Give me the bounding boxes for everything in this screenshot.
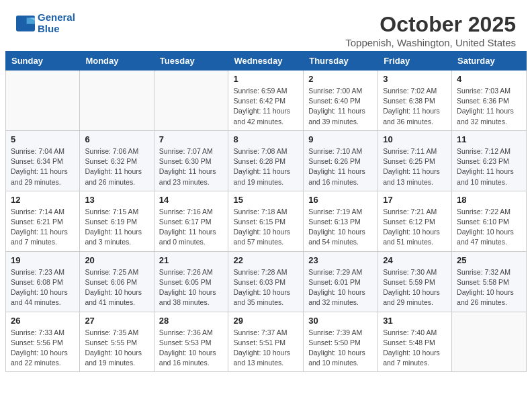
day-info: Sunrise: 7:19 AMSunset: 6:13 PMDaylight:… bbox=[308, 207, 373, 248]
day-number: 14 bbox=[159, 195, 224, 205]
day-info: Sunrise: 7:25 AMSunset: 6:06 PMDaylight:… bbox=[85, 267, 148, 308]
day-info: Sunrise: 6:59 AMSunset: 6:42 PMDaylight:… bbox=[233, 86, 298, 127]
day-info: Sunrise: 7:40 AMSunset: 5:48 PMDaylight:… bbox=[383, 328, 447, 369]
calendar-cell bbox=[80, 71, 154, 131]
day-info: Sunrise: 7:26 AMSunset: 6:05 PMDaylight:… bbox=[159, 267, 224, 308]
day-info: Sunrise: 7:32 AMSunset: 5:58 PMDaylight:… bbox=[457, 267, 521, 308]
calendar-cell: 6Sunrise: 7:06 AMSunset: 6:32 PMDaylight… bbox=[80, 130, 154, 191]
day-number: 10 bbox=[383, 134, 447, 144]
calendar-cell: 18Sunrise: 7:22 AMSunset: 6:10 PMDayligh… bbox=[452, 191, 527, 251]
calendar-cell: 17Sunrise: 7:21 AMSunset: 6:12 PMDayligh… bbox=[378, 191, 452, 251]
day-info: Sunrise: 7:11 AMSunset: 6:25 PMDaylight:… bbox=[383, 146, 447, 187]
day-info: Sunrise: 7:15 AMSunset: 6:19 PMDaylight:… bbox=[85, 207, 148, 248]
day-number: 19 bbox=[11, 255, 75, 265]
day-number: 21 bbox=[159, 255, 224, 265]
day-info: Sunrise: 7:04 AMSunset: 6:34 PMDaylight:… bbox=[11, 146, 75, 187]
calendar-cell: 21Sunrise: 7:26 AMSunset: 6:05 PMDayligh… bbox=[154, 251, 228, 312]
location: Toppenish, Washington, United States bbox=[345, 37, 516, 48]
calendar-cell: 11Sunrise: 7:12 AMSunset: 6:23 PMDayligh… bbox=[452, 130, 527, 191]
day-info: Sunrise: 7:18 AMSunset: 6:15 PMDaylight:… bbox=[233, 207, 298, 248]
weekday-header-saturday: Saturday bbox=[452, 52, 527, 71]
weekday-header-tuesday: Tuesday bbox=[154, 52, 228, 71]
day-number: 4 bbox=[457, 74, 521, 84]
page-header: General Blue October 2025 Toppenish, Was… bbox=[0, 0, 532, 51]
day-info: Sunrise: 7:02 AMSunset: 6:38 PMDaylight:… bbox=[383, 86, 447, 127]
day-info: Sunrise: 7:29 AMSunset: 6:01 PMDaylight:… bbox=[308, 267, 373, 308]
logo-text: General Blue bbox=[38, 12, 75, 34]
day-info: Sunrise: 7:06 AMSunset: 6:32 PMDaylight:… bbox=[85, 146, 148, 187]
calendar-cell: 19Sunrise: 7:23 AMSunset: 6:08 PMDayligh… bbox=[6, 251, 80, 312]
logo: General Blue bbox=[16, 12, 75, 34]
weekday-header-friday: Friday bbox=[378, 52, 452, 71]
title-block: October 2025 Toppenish, Washington, Unit… bbox=[345, 12, 516, 48]
month-title: October 2025 bbox=[345, 12, 516, 37]
day-number: 29 bbox=[233, 316, 298, 326]
calendar-cell: 3Sunrise: 7:02 AMSunset: 6:38 PMDaylight… bbox=[378, 71, 452, 131]
day-number: 7 bbox=[159, 134, 224, 144]
calendar-cell bbox=[6, 71, 80, 131]
day-number: 30 bbox=[308, 316, 373, 326]
day-info: Sunrise: 7:33 AMSunset: 5:56 PMDaylight:… bbox=[11, 328, 75, 369]
day-info: Sunrise: 7:03 AMSunset: 6:36 PMDaylight:… bbox=[457, 86, 521, 127]
calendar-table: SundayMondayTuesdayWednesdayThursdayFrid… bbox=[5, 51, 527, 372]
day-number: 9 bbox=[308, 134, 373, 144]
day-number: 18 bbox=[457, 195, 521, 205]
calendar-cell: 5Sunrise: 7:04 AMSunset: 6:34 PMDaylight… bbox=[6, 130, 80, 191]
calendar-cell: 4Sunrise: 7:03 AMSunset: 6:36 PMDaylight… bbox=[452, 71, 527, 131]
day-info: Sunrise: 7:22 AMSunset: 6:10 PMDaylight:… bbox=[457, 207, 521, 248]
calendar-cell: 31Sunrise: 7:40 AMSunset: 5:48 PMDayligh… bbox=[378, 312, 452, 372]
calendar-cell: 12Sunrise: 7:14 AMSunset: 6:21 PMDayligh… bbox=[6, 191, 80, 251]
day-number: 3 bbox=[383, 74, 447, 84]
day-info: Sunrise: 7:28 AMSunset: 6:03 PMDaylight:… bbox=[233, 267, 298, 308]
calendar-wrapper: SundayMondayTuesdayWednesdayThursdayFrid… bbox=[0, 51, 532, 377]
logo-icon bbox=[16, 15, 35, 32]
calendar-cell: 9Sunrise: 7:10 AMSunset: 6:26 PMDaylight… bbox=[304, 130, 378, 191]
calendar-cell: 7Sunrise: 7:07 AMSunset: 6:30 PMDaylight… bbox=[154, 130, 228, 191]
weekday-header-monday: Monday bbox=[80, 52, 154, 71]
calendar-cell: 24Sunrise: 7:30 AMSunset: 5:59 PMDayligh… bbox=[378, 251, 452, 312]
day-info: Sunrise: 7:36 AMSunset: 5:53 PMDaylight:… bbox=[159, 328, 224, 369]
calendar-cell: 15Sunrise: 7:18 AMSunset: 6:15 PMDayligh… bbox=[228, 191, 304, 251]
calendar-week-3: 12Sunrise: 7:14 AMSunset: 6:21 PMDayligh… bbox=[6, 191, 527, 251]
calendar-cell: 27Sunrise: 7:35 AMSunset: 5:55 PMDayligh… bbox=[80, 312, 154, 372]
calendar-cell: 1Sunrise: 6:59 AMSunset: 6:42 PMDaylight… bbox=[228, 71, 304, 131]
day-info: Sunrise: 7:00 AMSunset: 6:40 PMDaylight:… bbox=[308, 86, 373, 127]
day-number: 6 bbox=[85, 134, 148, 144]
day-number: 11 bbox=[457, 134, 521, 144]
day-number: 27 bbox=[85, 316, 148, 326]
day-number: 31 bbox=[383, 316, 447, 326]
calendar-cell: 14Sunrise: 7:16 AMSunset: 6:17 PMDayligh… bbox=[154, 191, 228, 251]
calendar-week-2: 5Sunrise: 7:04 AMSunset: 6:34 PMDaylight… bbox=[6, 130, 527, 191]
weekday-header-thursday: Thursday bbox=[304, 52, 378, 71]
day-number: 12 bbox=[11, 195, 75, 205]
day-info: Sunrise: 7:37 AMSunset: 5:51 PMDaylight:… bbox=[233, 328, 298, 369]
calendar-week-4: 19Sunrise: 7:23 AMSunset: 6:08 PMDayligh… bbox=[6, 251, 527, 312]
calendar-header-row: SundayMondayTuesdayWednesdayThursdayFrid… bbox=[6, 52, 527, 71]
day-number: 17 bbox=[383, 195, 447, 205]
day-number: 22 bbox=[233, 255, 298, 265]
day-info: Sunrise: 7:16 AMSunset: 6:17 PMDaylight:… bbox=[159, 207, 224, 248]
calendar-cell: 22Sunrise: 7:28 AMSunset: 6:03 PMDayligh… bbox=[228, 251, 304, 312]
day-number: 1 bbox=[233, 74, 298, 84]
weekday-header-wednesday: Wednesday bbox=[228, 52, 304, 71]
calendar-cell: 10Sunrise: 7:11 AMSunset: 6:25 PMDayligh… bbox=[378, 130, 452, 191]
day-info: Sunrise: 7:23 AMSunset: 6:08 PMDaylight:… bbox=[11, 267, 75, 308]
day-number: 2 bbox=[308, 74, 373, 84]
calendar-cell: 16Sunrise: 7:19 AMSunset: 6:13 PMDayligh… bbox=[304, 191, 378, 251]
day-info: Sunrise: 7:08 AMSunset: 6:28 PMDaylight:… bbox=[233, 146, 298, 187]
day-info: Sunrise: 7:35 AMSunset: 5:55 PMDaylight:… bbox=[85, 328, 148, 369]
day-number: 16 bbox=[308, 195, 373, 205]
day-number: 28 bbox=[159, 316, 224, 326]
calendar-cell: 28Sunrise: 7:36 AMSunset: 5:53 PMDayligh… bbox=[154, 312, 228, 372]
calendar-cell: 20Sunrise: 7:25 AMSunset: 6:06 PMDayligh… bbox=[80, 251, 154, 312]
calendar-cell: 2Sunrise: 7:00 AMSunset: 6:40 PMDaylight… bbox=[304, 71, 378, 131]
calendar-cell: 26Sunrise: 7:33 AMSunset: 5:56 PMDayligh… bbox=[6, 312, 80, 372]
day-number: 13 bbox=[85, 195, 148, 205]
day-info: Sunrise: 7:10 AMSunset: 6:26 PMDaylight:… bbox=[308, 146, 373, 187]
day-number: 15 bbox=[233, 195, 298, 205]
day-number: 5 bbox=[11, 134, 75, 144]
calendar-cell bbox=[452, 312, 527, 372]
calendar-cell: 8Sunrise: 7:08 AMSunset: 6:28 PMDaylight… bbox=[228, 130, 304, 191]
weekday-header-sunday: Sunday bbox=[6, 52, 80, 71]
day-number: 8 bbox=[233, 134, 298, 144]
